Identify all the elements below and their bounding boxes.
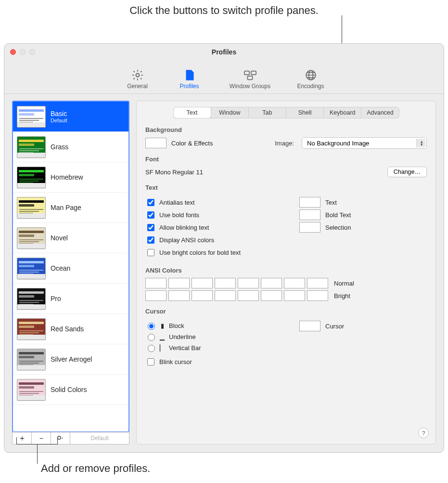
profile-row[interactable]: Red Sands <box>13 314 128 344</box>
image-label: Image: <box>275 140 294 147</box>
radio[interactable] <box>148 323 155 330</box>
background-image-popup[interactable]: ▴▾ <box>302 137 427 149</box>
profile-name: Silver Aerogel <box>51 355 92 363</box>
cursor-glyph-icon: ▮ <box>160 322 165 329</box>
svg-point-7 <box>57 436 60 439</box>
profile-thumbnail <box>17 136 46 158</box>
profile-row[interactable]: Man Page <box>13 193 128 223</box>
preferences-toolbar: GeneralProfilesWindow GroupsEncodings <box>4 60 444 94</box>
color-effects-label: Color & Effects <box>171 140 213 147</box>
text-color-wells: TextBold TextSelection <box>299 195 427 235</box>
text-option[interactable]: Use bright colors for bold text <box>145 248 290 258</box>
checkbox[interactable] <box>147 224 154 231</box>
profile-name: Homebrew <box>51 173 83 181</box>
profile-tabs: TextWindowTabShellKeyboardAdvanced <box>173 107 399 118</box>
window-groups-icon <box>243 68 257 82</box>
text-color-well[interactable] <box>299 197 320 208</box>
text-color-well[interactable] <box>299 222 320 233</box>
profile-row[interactable]: BasicDefault <box>13 102 128 132</box>
checkbox-label: Use bright colors for bold text <box>159 249 241 256</box>
cursor-glyph-icon: ▏ <box>160 344 165 352</box>
chevron-updown-icon: ▴▾ <box>421 140 423 146</box>
text-option[interactable]: Allow blinking text <box>145 222 290 233</box>
checkbox[interactable] <box>147 211 154 219</box>
cursor-shape-option[interactable]: ▮Block <box>145 321 290 330</box>
ansi-color-well[interactable] <box>307 290 328 301</box>
toolbar-tab-encodings[interactable]: Encodings <box>289 66 333 91</box>
profile-name: Novel <box>51 234 68 242</box>
ansi-color-well[interactable] <box>284 278 305 288</box>
svg-rect-3 <box>251 71 256 75</box>
checkbox-label: Blink cursor <box>159 358 192 366</box>
ansi-color-well[interactable] <box>261 290 282 301</box>
section-title-text: Text <box>145 184 427 191</box>
profile-row[interactable]: Silver Aerogel <box>13 344 128 375</box>
checkbox[interactable] <box>147 199 154 206</box>
ansi-color-well[interactable] <box>307 278 328 288</box>
change-font-button[interactable]: Change… <box>387 167 427 177</box>
text-option[interactable]: Antialias text <box>145 197 290 208</box>
radio-label: Block <box>169 322 184 329</box>
checkbox-label: Antialias text <box>159 199 195 206</box>
profile-name: Man Page <box>51 204 81 211</box>
set-default-button[interactable]: Default <box>70 432 129 444</box>
callout-bottom: Add or remove profiles. <box>41 462 150 475</box>
section-title-cursor: Cursor <box>145 308 427 315</box>
profile-name: Ocean <box>51 264 70 272</box>
ansi-color-well[interactable] <box>168 290 190 301</box>
ansi-normal-row: Normal <box>145 278 427 288</box>
ansi-color-well[interactable] <box>261 278 282 288</box>
ansi-color-well[interactable] <box>238 290 259 301</box>
ansi-color-well[interactable] <box>192 290 213 301</box>
ansi-color-well[interactable] <box>215 278 236 288</box>
background-color-well[interactable] <box>145 138 166 148</box>
profile-tab-window[interactable]: Window <box>211 107 249 118</box>
ansi-bright-row: Bright <box>145 290 427 301</box>
checkbox-label: Use bold fonts <box>159 211 199 219</box>
section-title-font: Font <box>145 156 427 163</box>
profile-thumbnail <box>17 258 46 279</box>
ansi-color-well[interactable] <box>168 278 190 288</box>
ansi-color-well[interactable] <box>145 278 166 288</box>
text-color-well[interactable] <box>299 209 320 220</box>
profile-tab-shell[interactable]: Shell <box>286 107 324 118</box>
gear-icon <box>131 68 144 82</box>
checkbox[interactable] <box>147 249 154 256</box>
background-image-value[interactable] <box>302 137 427 149</box>
toolbar-tab-window-groups[interactable]: Window Groups <box>220 66 281 91</box>
blink-cursor-option[interactable]: Blink cursor <box>145 357 290 367</box>
radio-label: Vertical Bar <box>169 344 201 352</box>
radio[interactable] <box>148 334 155 341</box>
profile-row[interactable]: Homebrew <box>13 162 128 193</box>
color-well-label: Selection <box>325 224 351 231</box>
profile-row[interactable]: Ocean <box>13 253 128 284</box>
ansi-color-well[interactable] <box>192 278 213 288</box>
profile-tab-text[interactable]: Text <box>174 107 211 118</box>
profile-name: Solid Colors <box>51 386 87 393</box>
help-button[interactable]: ? <box>418 428 429 438</box>
profiles-list[interactable]: BasicDefaultGrassHomebrewMan PageNovelOc… <box>12 101 129 432</box>
checkbox[interactable] <box>147 358 154 366</box>
profile-tab-keyboard[interactable]: Keyboard <box>324 107 361 118</box>
ansi-color-well[interactable] <box>145 290 166 301</box>
cursor-shape-option[interactable]: ▁Underline <box>145 332 290 341</box>
ansi-color-well[interactable] <box>284 290 305 301</box>
checkbox[interactable] <box>147 236 154 244</box>
ansi-color-well[interactable] <box>238 278 259 288</box>
globe-icon <box>304 68 318 82</box>
profile-thumbnail <box>17 318 46 340</box>
profile-row[interactable]: Solid Colors <box>13 375 128 405</box>
profile-row[interactable]: Grass <box>13 132 128 162</box>
radio[interactable] <box>148 345 155 352</box>
profile-row[interactable]: Novel <box>13 223 128 253</box>
profile-row[interactable]: Pro <box>13 284 128 314</box>
cursor-color-well[interactable] <box>299 321 320 331</box>
toolbar-tab-profiles[interactable]: Profiles <box>168 66 211 91</box>
toolbar-tab-general[interactable]: General <box>116 66 159 91</box>
profile-tab-tab[interactable]: Tab <box>249 107 286 118</box>
text-option[interactable]: Use bold fonts <box>145 210 290 220</box>
profile-tab-advanced[interactable]: Advanced <box>361 107 398 118</box>
ansi-color-well[interactable] <box>215 290 236 301</box>
text-option[interactable]: Display ANSI colors <box>145 235 290 245</box>
cursor-shape-option[interactable]: ▏Vertical Bar <box>145 343 290 352</box>
